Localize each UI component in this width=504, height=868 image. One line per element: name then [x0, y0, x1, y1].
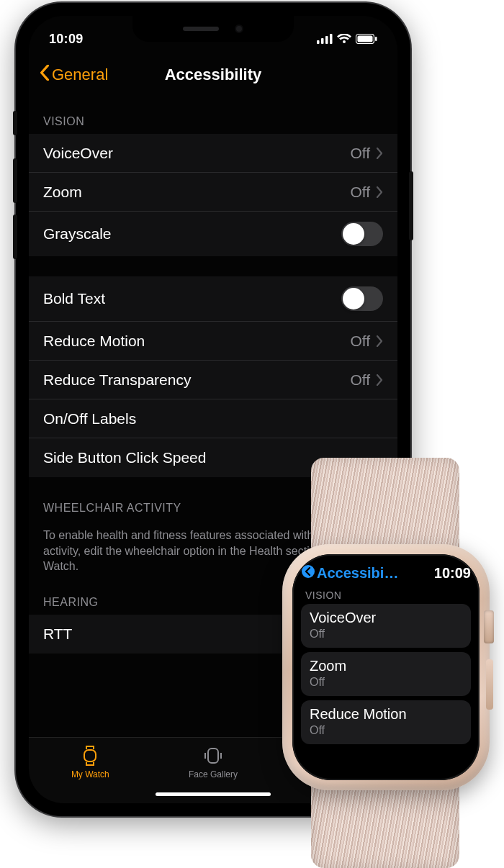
notch	[132, 16, 294, 42]
row-side-button-click-speed[interactable]: Side Button Click Speed	[29, 438, 397, 477]
row-label: Grayscale	[43, 225, 341, 243]
row-value: Off	[350, 184, 370, 201]
tab-label: Face Gallery	[189, 769, 238, 779]
svg-point-10	[302, 565, 315, 578]
row-bold-text[interactable]: Bold Text	[29, 276, 397, 322]
watch-row-value: Off	[310, 628, 462, 641]
chevron-right-icon	[376, 148, 383, 159]
cellular-signal-icon	[317, 34, 333, 44]
face-gallery-icon	[201, 745, 225, 767]
watch-row-voiceover[interactable]: VoiceOver Off	[301, 604, 471, 648]
row-value: Off	[350, 371, 370, 389]
watch-icon	[78, 745, 102, 767]
watch-back-button[interactable]: Accessibi…	[301, 564, 398, 582]
grayscale-toggle[interactable]	[341, 222, 383, 246]
watch-row-label: VoiceOver	[310, 610, 462, 626]
back-label: General	[52, 65, 108, 84]
section-header-vision: VISION	[29, 95, 397, 134]
volume-up-button	[13, 158, 17, 203]
svg-rect-7	[84, 750, 96, 761]
svg-rect-6	[375, 37, 377, 41]
status-time: 10:09	[49, 32, 84, 47]
watch-side-button	[486, 659, 493, 710]
volume-down-button	[13, 214, 17, 259]
front-camera	[235, 24, 243, 33]
watch-row-zoom[interactable]: Zoom Off	[301, 652, 471, 696]
row-label: Zoom	[43, 184, 350, 201]
list-group-vision-2: Bold Text Reduce Motion Off Reduce Trans…	[29, 276, 397, 477]
watch-section-header-vision: VISION	[301, 587, 471, 604]
row-label: Reduce Transparency	[43, 371, 350, 389]
back-button[interactable]: General	[39, 65, 108, 85]
row-label: VoiceOver	[43, 145, 350, 162]
chevron-left-icon	[39, 65, 50, 85]
section-header-wheelchair: WHEELCHAIR ACTIVITY	[29, 477, 397, 520]
svg-rect-0	[317, 40, 320, 44]
row-grayscale[interactable]: Grayscale	[29, 212, 397, 256]
earpiece-speaker	[183, 27, 219, 31]
chevron-right-icon	[376, 374, 383, 386]
chevron-right-icon	[376, 335, 383, 347]
bold-text-toggle[interactable]	[341, 286, 383, 311]
watch-screen: Accessibi… 10:09 VISION VoiceOver Off Zo…	[292, 554, 480, 780]
home-indicator[interactable]	[156, 792, 271, 796]
navigation-bar: General Accessibility	[29, 55, 397, 95]
tab-my-watch[interactable]: My Watch	[47, 745, 133, 803]
row-onoff-labels[interactable]: On/Off Labels	[29, 399, 397, 438]
svg-rect-1	[321, 38, 324, 44]
watch-row-value: Off	[310, 724, 462, 737]
svg-rect-8	[208, 749, 218, 763]
row-reduce-transparency[interactable]: Reduce Transparency Off	[29, 361, 397, 399]
watch-nav-bar: Accessibi… 10:09	[301, 564, 471, 582]
chevron-left-icon	[301, 564, 317, 582]
watch-row-label: Zoom	[310, 658, 462, 674]
row-zoom[interactable]: Zoom Off	[29, 173, 397, 212]
watch-status-time: 10:09	[434, 565, 471, 582]
svg-rect-3	[330, 34, 333, 44]
tab-label: My Watch	[71, 769, 109, 779]
row-reduce-motion[interactable]: Reduce Motion Off	[29, 322, 397, 361]
watch-row-value: Off	[310, 676, 462, 689]
row-voiceover[interactable]: VoiceOver Off	[29, 134, 397, 173]
wifi-icon	[337, 34, 351, 44]
mute-switch	[13, 111, 17, 135]
svg-rect-2	[325, 36, 328, 44]
watch-row-reduce-motion[interactable]: Reduce Motion Off	[301, 700, 471, 744]
row-label: On/Off Labels	[43, 410, 383, 428]
row-label: Side Button Click Speed	[43, 449, 383, 466]
row-value: Off	[350, 145, 370, 162]
row-label: Reduce Motion	[43, 333, 350, 350]
chevron-right-icon	[376, 186, 383, 198]
watch-body: Accessibi… 10:09 VISION VoiceOver Off Zo…	[282, 544, 490, 790]
row-label: Bold Text	[43, 290, 341, 307]
watch-back-label: Accessibi…	[317, 565, 398, 582]
watch-row-label: Reduce Motion	[310, 706, 462, 723]
svg-rect-5	[358, 36, 373, 42]
side-power-button	[409, 171, 413, 240]
digital-crown	[484, 610, 494, 643]
list-group-vision-1: VoiceOver Off Zoom Off Grayscale	[29, 134, 397, 256]
battery-icon	[356, 34, 377, 44]
row-value: Off	[350, 333, 370, 350]
